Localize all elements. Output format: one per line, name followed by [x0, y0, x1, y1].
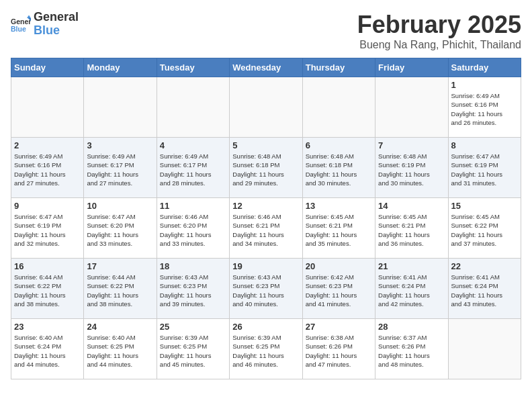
calendar-cell: [375, 77, 448, 138]
day-number: 4: [160, 140, 226, 150]
day-number: 2: [14, 140, 81, 150]
calendar-cell: 24Sunrise: 6:40 AM Sunset: 6:25 PM Dayli…: [84, 319, 157, 379]
day-number: 16: [14, 261, 81, 271]
weekday-header-friday: Friday: [375, 58, 448, 77]
calendar-cell: 21Sunrise: 6:41 AM Sunset: 6:24 PM Dayli…: [375, 259, 448, 319]
month-year-title: February 2025: [357, 11, 521, 39]
calendar-cell: 6Sunrise: 6:48 AM Sunset: 6:18 PM Daylig…: [302, 138, 375, 198]
calendar-cell: 10Sunrise: 6:47 AM Sunset: 6:20 PM Dayli…: [84, 198, 157, 259]
calendar-cell: 8Sunrise: 6:47 AM Sunset: 6:19 PM Daylig…: [448, 138, 521, 198]
calendar-table: SundayMondayTuesdayWednesdayThursdayFrid…: [11, 58, 521, 379]
day-info: Sunrise: 6:45 AM Sunset: 6:21 PM Dayligh…: [378, 212, 445, 248]
calendar-cell: 16Sunrise: 6:44 AM Sunset: 6:22 PM Dayli…: [11, 259, 84, 319]
day-info: Sunrise: 6:42 AM Sunset: 6:23 PM Dayligh…: [306, 273, 372, 308]
calendar-cell: 5Sunrise: 6:48 AM Sunset: 6:18 PM Daylig…: [230, 138, 302, 198]
calendar-cell: [302, 77, 375, 138]
svg-text:Blue: Blue: [11, 25, 26, 33]
day-number: 17: [87, 261, 153, 271]
logo: General Blue General Blue: [11, 11, 79, 38]
day-info: Sunrise: 6:49 AM Sunset: 6:17 PM Dayligh…: [160, 152, 226, 187]
day-number: 6: [306, 140, 372, 150]
calendar-cell: 20Sunrise: 6:42 AM Sunset: 6:23 PM Dayli…: [302, 259, 375, 319]
weekday-header-sunday: Sunday: [11, 58, 84, 77]
day-info: Sunrise: 6:48 AM Sunset: 6:18 PM Dayligh…: [232, 152, 299, 187]
weekday-header-saturday: Saturday: [448, 58, 521, 77]
day-info: Sunrise: 6:40 AM Sunset: 6:24 PM Dayligh…: [14, 333, 81, 369]
day-info: Sunrise: 6:44 AM Sunset: 6:22 PM Dayligh…: [14, 273, 81, 308]
day-info: Sunrise: 6:41 AM Sunset: 6:24 PM Dayligh…: [451, 273, 518, 308]
calendar-cell: 13Sunrise: 6:45 AM Sunset: 6:21 PM Dayli…: [302, 198, 375, 259]
calendar-cell: 17Sunrise: 6:44 AM Sunset: 6:22 PM Dayli…: [84, 259, 157, 319]
day-number: 9: [14, 201, 81, 211]
day-number: 20: [306, 261, 372, 271]
calendar-cell: 14Sunrise: 6:45 AM Sunset: 6:21 PM Dayli…: [375, 198, 448, 259]
day-number: 3: [87, 140, 153, 150]
day-info: Sunrise: 6:45 AM Sunset: 6:21 PM Dayligh…: [306, 212, 372, 248]
calendar-cell: 1Sunrise: 6:49 AM Sunset: 6:16 PM Daylig…: [448, 77, 521, 138]
calendar-cell: [230, 77, 302, 138]
calendar-cell: 22Sunrise: 6:41 AM Sunset: 6:24 PM Dayli…: [448, 259, 521, 319]
calendar-week-2: 2Sunrise: 6:49 AM Sunset: 6:16 PM Daylig…: [11, 138, 521, 198]
day-info: Sunrise: 6:45 AM Sunset: 6:22 PM Dayligh…: [451, 212, 518, 248]
calendar-week-1: 1Sunrise: 6:49 AM Sunset: 6:16 PM Daylig…: [11, 77, 521, 138]
calendar-cell: 23Sunrise: 6:40 AM Sunset: 6:24 PM Dayli…: [11, 319, 84, 379]
calendar-cell: 2Sunrise: 6:49 AM Sunset: 6:16 PM Daylig…: [11, 138, 84, 198]
day-info: Sunrise: 6:40 AM Sunset: 6:25 PM Dayligh…: [87, 333, 153, 369]
day-number: 12: [232, 201, 299, 211]
logo-blue: Blue: [34, 24, 79, 38]
day-number: 22: [451, 261, 518, 271]
calendar-cell: 12Sunrise: 6:46 AM Sunset: 6:21 PM Dayli…: [230, 198, 302, 259]
logo-icon: General Blue: [11, 14, 31, 34]
calendar-cell: 15Sunrise: 6:45 AM Sunset: 6:22 PM Dayli…: [448, 198, 521, 259]
day-number: 19: [232, 261, 299, 271]
day-info: Sunrise: 6:39 AM Sunset: 6:25 PM Dayligh…: [160, 333, 226, 369]
day-info: Sunrise: 6:48 AM Sunset: 6:18 PM Dayligh…: [306, 152, 372, 187]
calendar-cell: 18Sunrise: 6:43 AM Sunset: 6:23 PM Dayli…: [157, 259, 229, 319]
day-number: 21: [378, 261, 445, 271]
day-number: 7: [378, 140, 445, 150]
weekday-header-monday: Monday: [84, 58, 157, 77]
calendar-cell: 27Sunrise: 6:38 AM Sunset: 6:26 PM Dayli…: [302, 319, 375, 379]
day-info: Sunrise: 6:38 AM Sunset: 6:26 PM Dayligh…: [306, 333, 372, 369]
calendar-cell: [157, 77, 229, 138]
day-number: 18: [160, 261, 226, 271]
day-info: Sunrise: 6:48 AM Sunset: 6:19 PM Dayligh…: [378, 152, 445, 187]
calendar-week-4: 16Sunrise: 6:44 AM Sunset: 6:22 PM Dayli…: [11, 259, 521, 319]
title-section: February 2025 Bueng Na Rang, Phichit, Th…: [357, 11, 521, 51]
calendar-cell: 7Sunrise: 6:48 AM Sunset: 6:19 PM Daylig…: [375, 138, 448, 198]
day-info: Sunrise: 6:47 AM Sunset: 6:19 PM Dayligh…: [14, 212, 81, 248]
header: General Blue General Blue February 2025 …: [11, 11, 521, 51]
day-info: Sunrise: 6:43 AM Sunset: 6:23 PM Dayligh…: [160, 273, 226, 308]
day-number: 24: [87, 322, 153, 332]
day-number: 1: [451, 80, 518, 90]
calendar-cell: 3Sunrise: 6:49 AM Sunset: 6:17 PM Daylig…: [84, 138, 157, 198]
day-number: 27: [306, 322, 372, 332]
day-info: Sunrise: 6:49 AM Sunset: 6:16 PM Dayligh…: [451, 91, 518, 127]
calendar-cell: 9Sunrise: 6:47 AM Sunset: 6:19 PM Daylig…: [11, 198, 84, 259]
calendar-cell: 25Sunrise: 6:39 AM Sunset: 6:25 PM Dayli…: [157, 319, 229, 379]
calendar-cell: 11Sunrise: 6:46 AM Sunset: 6:20 PM Dayli…: [157, 198, 229, 259]
day-number: 28: [378, 322, 445, 332]
day-info: Sunrise: 6:49 AM Sunset: 6:16 PM Dayligh…: [14, 152, 81, 187]
day-number: 13: [306, 201, 372, 211]
day-info: Sunrise: 6:47 AM Sunset: 6:19 PM Dayligh…: [451, 152, 518, 187]
weekday-header-row: SundayMondayTuesdayWednesdayThursdayFrid…: [11, 58, 521, 77]
day-number: 11: [160, 201, 226, 211]
calendar-cell: 19Sunrise: 6:43 AM Sunset: 6:23 PM Dayli…: [230, 259, 302, 319]
calendar-cell: 4Sunrise: 6:49 AM Sunset: 6:17 PM Daylig…: [157, 138, 229, 198]
weekday-header-thursday: Thursday: [302, 58, 375, 77]
day-number: 25: [160, 322, 226, 332]
day-info: Sunrise: 6:39 AM Sunset: 6:25 PM Dayligh…: [232, 333, 299, 369]
day-info: Sunrise: 6:44 AM Sunset: 6:22 PM Dayligh…: [87, 273, 153, 308]
day-number: 14: [378, 201, 445, 211]
day-number: 23: [14, 322, 81, 332]
calendar-cell: [448, 319, 521, 379]
day-number: 8: [451, 140, 518, 150]
day-number: 10: [87, 201, 153, 211]
location-subtitle: Bueng Na Rang, Phichit, Thailand: [357, 39, 521, 51]
day-number: 15: [451, 201, 518, 211]
day-number: 26: [232, 322, 299, 332]
svg-text:General: General: [11, 17, 31, 26]
calendar-cell: 28Sunrise: 6:37 AM Sunset: 6:26 PM Dayli…: [375, 319, 448, 379]
calendar-cell: [11, 77, 84, 138]
